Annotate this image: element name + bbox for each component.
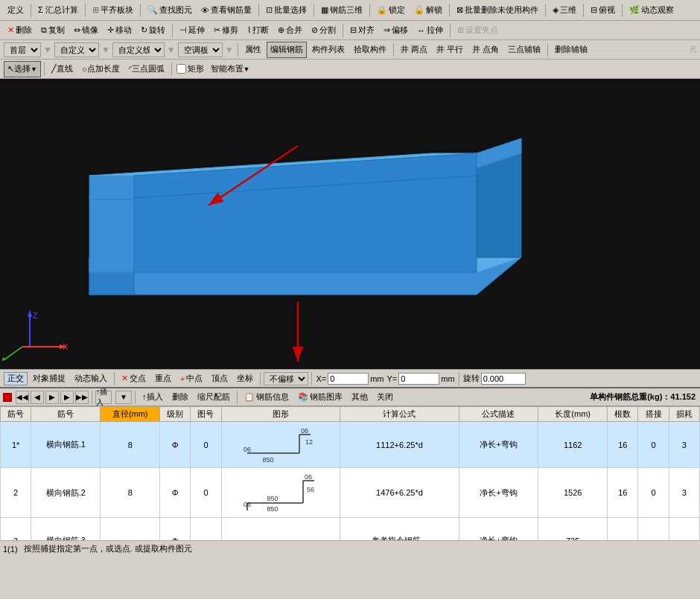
btn-3d[interactable]: ◈ 三维 xyxy=(549,2,580,19)
cell-grade[interactable]: Φ xyxy=(160,422,191,468)
cell-formula[interactable]: 1112+6.25*d xyxy=(340,422,459,468)
btn-three-arc[interactable]: ◜ 三点圆弧 xyxy=(125,61,168,77)
layer-type-select[interactable]: 自定义 xyxy=(54,42,99,57)
cell-overlap[interactable]: 0 xyxy=(638,468,669,518)
btn-scale-rebar[interactable]: 缩尺配筋 xyxy=(194,390,234,405)
cell-loss[interactable]: 3 xyxy=(669,468,699,518)
btn-batch-delete[interactable]: ⊠ 批量删除未使用构件 xyxy=(453,2,542,19)
btn-line[interactable]: ╱ 直线 xyxy=(48,61,77,77)
btn-set-grip[interactable]: ⊞ 设置夹点 xyxy=(454,22,502,39)
btn-lock[interactable]: 🔒 锁定 xyxy=(373,2,409,19)
btn-select[interactable]: ↖ 选择 ▼ xyxy=(4,61,41,77)
btn-two-point[interactable]: 井 两点 xyxy=(397,42,431,58)
cell-name[interactable]: 横向钢筋.3 xyxy=(31,518,101,541)
cell-id[interactable]: 1* xyxy=(1,422,31,468)
nav-prev[interactable]: ◀ xyxy=(31,391,44,404)
btn-split[interactable]: ⊘ 分割 xyxy=(308,22,340,39)
cell-loss[interactable]: 3 xyxy=(669,422,699,468)
nav-last[interactable]: ▶▶ xyxy=(75,391,89,404)
nav-down[interactable]: ▼ xyxy=(115,391,132,404)
cell-desc[interactable]: 净长+弯钩 xyxy=(459,422,538,468)
btn-three-point-axis[interactable]: 三点辅轴 xyxy=(504,42,544,58)
y-input[interactable] xyxy=(398,373,439,385)
btn-dynamic-input[interactable]: 动态输入 xyxy=(71,372,111,385)
btn-delete[interactable]: ✕ 删除 xyxy=(4,22,36,39)
cell-desc[interactable]: 净长+弯钩 xyxy=(459,518,538,541)
btn-edit-rebar[interactable]: 编辑钢筋 xyxy=(267,42,307,58)
red-indicator[interactable] xyxy=(3,393,12,402)
btn-break[interactable]: ⌇ 打断 xyxy=(244,22,273,39)
btn-rebar-lib[interactable]: 📚 钢筋图库 xyxy=(294,390,346,405)
btn-point-angle[interactable]: 并 点角 xyxy=(468,42,503,58)
btn-view-rebar[interactable]: 👁 查看钢筋量 xyxy=(197,2,255,19)
cell-figure[interactable]: 850 850 56 06 06 xyxy=(221,468,340,518)
cell-desc[interactable]: 净长+弯钩 xyxy=(459,468,538,518)
cell-figure[interactable]: ??? xyxy=(221,518,340,541)
btn-offset[interactable]: ⇒ 偏移 xyxy=(380,22,412,39)
layer-select[interactable]: 首层 xyxy=(4,42,41,57)
btn-ortho[interactable]: 正交 xyxy=(4,372,28,385)
x-input[interactable] xyxy=(328,373,369,385)
cell-grade[interactable]: Φ xyxy=(160,518,191,541)
table-row[interactable]: 3横向钢筋.3Φ ??? 参考指令钢筋...净长+弯钩735 xyxy=(1,518,700,541)
cell-name[interactable]: 横向钢筋.2 xyxy=(31,468,101,518)
cell-figure[interactable]: 850 12 06 06 xyxy=(221,422,340,468)
btn-sum[interactable]: Σ 汇总计算 xyxy=(34,2,82,19)
btn-property[interactable]: 属性 xyxy=(241,42,265,58)
cell-diameter[interactable]: 8 xyxy=(101,422,160,468)
cell-count[interactable] xyxy=(608,518,638,541)
cell-id[interactable]: 2 xyxy=(1,468,31,518)
btn-rebar-3d[interactable]: ▦ 钢筋三维 xyxy=(317,2,366,19)
cell-grade[interactable]: Φ xyxy=(160,468,191,518)
btn-define[interactable]: 定义 xyxy=(4,2,28,19)
component-select[interactable]: 空调板 xyxy=(178,42,223,57)
btn-snap[interactable]: 对象捕捉 xyxy=(29,372,69,385)
btn-vertex[interactable]: 顶点 xyxy=(208,372,232,385)
cell-figno[interactable]: 0 xyxy=(191,422,221,468)
btn-pick-component[interactable]: 拾取构件 xyxy=(350,42,390,58)
btn-rotate[interactable]: ↻ 旋转 xyxy=(137,22,169,39)
table-row[interactable]: 1*横向钢筋.18Φ0 850 12 06 06 1112+6.25*d净长+弯… xyxy=(1,422,700,468)
btn-align[interactable]: ⊟ 对齐 xyxy=(346,22,378,39)
btn-stretch[interactable]: ↔ 拉伸 xyxy=(413,22,447,39)
cell-id[interactable]: 3 xyxy=(1,518,31,541)
btn-unlock[interactable]: 🔓 解锁 xyxy=(410,2,446,19)
btn-point-length[interactable]: ○ 点加长度 xyxy=(78,61,124,77)
btn-smart-layout[interactable]: 智能布置 ▼ xyxy=(207,61,254,77)
btn-midpoint[interactable]: 重点 xyxy=(151,372,175,385)
btn-trim[interactable]: ✂ 修剪 xyxy=(210,22,242,39)
btn-align-board[interactable]: ⊞ 平齐板块 xyxy=(89,2,137,19)
cell-loss[interactable] xyxy=(669,518,699,541)
cell-formula[interactable]: 参考指令钢筋... xyxy=(340,518,459,541)
rotate-input[interactable] xyxy=(481,373,526,385)
cell-name[interactable]: 横向钢筋.1 xyxy=(31,422,101,468)
cell-length[interactable]: 1526 xyxy=(538,468,608,518)
cell-diameter[interactable]: 8 xyxy=(101,468,160,518)
btn-other[interactable]: 其他 xyxy=(348,390,372,405)
btn-component-list[interactable]: 构件列表 xyxy=(308,42,349,58)
rebar-table-container[interactable]: 筋号 筋号 直径(mm) 级别 图号 图形 计算公式 公式描述 长度(mm) 根… xyxy=(0,406,700,540)
table-row[interactable]: 2横向钢筋.28Φ0 850 850 56 06 06 1476+6.25*d净… xyxy=(1,468,700,518)
btn-merge[interactable]: ⊕ 合并 xyxy=(274,22,306,39)
cell-length[interactable]: 1162 xyxy=(538,422,608,468)
btn-parallel[interactable]: 井 平行 xyxy=(433,42,467,58)
nav-play[interactable]: ▶ xyxy=(45,391,59,404)
btn-batch-select[interactable]: ⊡ 批量选择 xyxy=(262,2,311,19)
btn-coord[interactable]: 坐标 xyxy=(233,372,257,385)
cell-figno[interactable]: 0 xyxy=(191,468,221,518)
cell-figno[interactable] xyxy=(191,518,221,541)
cell-diameter[interactable] xyxy=(101,518,160,541)
btn-top-view[interactable]: ⊟ 俯视 xyxy=(587,2,619,19)
cell-overlap[interactable] xyxy=(638,518,669,541)
cell-length[interactable]: 735 xyxy=(538,518,608,541)
cell-count[interactable]: 16 xyxy=(608,468,638,518)
cell-overlap[interactable]: 0 xyxy=(638,422,669,468)
cell-formula[interactable]: 1476+6.25*d xyxy=(340,468,459,518)
btn-move[interactable]: ✛ 移动 xyxy=(104,22,136,39)
btn-rebar-info[interactable]: 📋 钢筋信息 xyxy=(241,390,293,405)
btn-copy[interactable]: ⧉ 复制 xyxy=(37,22,69,39)
btn-dynamic-view[interactable]: 🌿 动态观察 xyxy=(626,2,678,19)
3d-viewport[interactable]: Z X xyxy=(0,79,700,369)
nav-next[interactable]: ▶ xyxy=(60,391,74,404)
btn-insert[interactable]: ↑插入 xyxy=(139,390,167,405)
